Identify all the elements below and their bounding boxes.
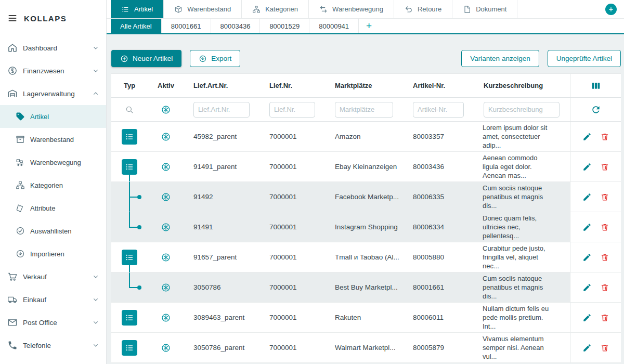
table-row[interactable]: 91657_parent7000001Tmall и Taobao (Al...… bbox=[111, 242, 621, 272]
tab-kategorien[interactable]: Kategorien bbox=[242, 0, 309, 18]
tab-dokument[interactable]: Dokument bbox=[452, 0, 517, 18]
edit-icon bbox=[582, 162, 592, 172]
delete-article-button[interactable] bbox=[600, 283, 609, 292]
table-row[interactable]: 914917000001Instagram Shopping80006334Do… bbox=[111, 212, 621, 242]
sidebar-item-post-office[interactable]: Post Office bbox=[0, 311, 106, 334]
kurzbeschreibung-value: Lorem ipsum dolor sit amet, consectetuer… bbox=[474, 123, 570, 150]
table-row[interactable]: 91491_parent7000001Ebay Kleinanzeigen800… bbox=[111, 152, 621, 182]
active-status-icon[interactable] bbox=[161, 252, 171, 263]
refresh-button[interactable] bbox=[591, 105, 601, 115]
column-header-lief-nr: Lief.Nr. bbox=[260, 82, 326, 89]
hamburger-menu-icon[interactable] bbox=[7, 13, 18, 23]
module-tabbar: ArtikelWarenbestandKategorienWarenbewegu… bbox=[107, 0, 624, 19]
add-article-tab-button[interactable]: + bbox=[359, 19, 379, 33]
marktplatz-value: Rakuten bbox=[326, 314, 404, 321]
tab-label: Warenbestand bbox=[187, 5, 231, 13]
edit-article-button[interactable] bbox=[582, 283, 592, 292]
column-settings-button[interactable] bbox=[591, 81, 601, 91]
active-status-icon[interactable] bbox=[161, 313, 171, 323]
tree-node-dot bbox=[137, 195, 141, 199]
active-status-icon[interactable] bbox=[161, 192, 171, 202]
inventory-icon bbox=[16, 135, 25, 144]
tree-node-dot bbox=[137, 225, 141, 229]
edit-article-button[interactable] bbox=[582, 192, 592, 202]
sidebar-item-importieren[interactable]: Importieren bbox=[0, 242, 106, 265]
filter-input-lief-nr[interactable] bbox=[269, 102, 315, 118]
sidebar-item-artikel[interactable]: Artikel bbox=[0, 105, 106, 128]
sidebar-item-warenbewegung[interactable]: Warenbewegung bbox=[0, 151, 106, 174]
table-row[interactable]: 914927000001Facebook Marketp...80006335C… bbox=[111, 182, 621, 212]
type-cell bbox=[111, 152, 148, 181]
sidebar-item-label: Finanzwesen bbox=[23, 67, 64, 75]
sidebar-item-dashboard[interactable]: Dashboard bbox=[0, 36, 106, 59]
article-tab-label: Alle Artikel bbox=[120, 22, 152, 30]
active-status-icon[interactable] bbox=[161, 132, 171, 142]
article-tab-80001529[interactable]: 80001529 bbox=[260, 19, 309, 33]
export-button[interactable]: Export bbox=[190, 50, 240, 67]
article-tab-80000941[interactable]: 80000941 bbox=[309, 19, 359, 33]
tab-warenbestand[interactable]: Warenbestand bbox=[164, 0, 242, 18]
sidebar-item-telefonie[interactable]: Telefonie bbox=[0, 334, 106, 357]
tab-retoure[interactable]: Retoure bbox=[394, 0, 452, 18]
delete-article-button[interactable] bbox=[600, 132, 609, 141]
new-article-button[interactable]: Neuer Artikel bbox=[111, 50, 181, 67]
tab-artikel[interactable]: Artikel bbox=[111, 0, 164, 18]
edit-article-button[interactable] bbox=[582, 313, 592, 322]
sidebar-item-einkauf[interactable]: Einkauf bbox=[0, 288, 106, 311]
active-status-icon[interactable] bbox=[161, 343, 171, 353]
sidebar-item-label: Auswahllisten bbox=[30, 227, 72, 235]
attributes-icon bbox=[16, 203, 25, 213]
variants-toggle-button[interactable] bbox=[122, 310, 137, 326]
delete-article-button[interactable] bbox=[600, 343, 609, 353]
article-tab-80003436[interactable]: 80003436 bbox=[211, 19, 261, 33]
filter-input-marktplaetze[interactable] bbox=[335, 102, 393, 118]
active-status-icon[interactable] bbox=[161, 222, 171, 232]
sidebar-item-warenbestand[interactable]: Warenbestand bbox=[0, 128, 106, 151]
filter-input-lief-art-nr[interactable] bbox=[193, 102, 250, 118]
aktiv-filter-icon[interactable] bbox=[161, 105, 171, 115]
filter-input-kurzbeschreibung[interactable] bbox=[484, 102, 560, 118]
sidebar-item-auswahllisten[interactable]: Auswahllisten bbox=[0, 219, 106, 242]
table-row[interactable]: 3050786_parent7000001Walmart Marketpl...… bbox=[111, 333, 621, 363]
variants-toggle-button[interactable] bbox=[122, 340, 137, 356]
filter-input-artikel-nr[interactable] bbox=[413, 102, 464, 118]
delete-icon bbox=[600, 132, 609, 141]
app-root: KOLLAPS DashboardFinanzwesenLagerverwalt… bbox=[0, 0, 624, 364]
delete-article-button[interactable] bbox=[600, 253, 609, 262]
edit-article-button[interactable] bbox=[582, 132, 592, 141]
delete-article-button[interactable] bbox=[600, 162, 609, 172]
chevron-down-icon bbox=[92, 295, 100, 304]
variants-toggle-button[interactable] bbox=[122, 129, 137, 145]
lief-nr-value: 7000001 bbox=[260, 133, 326, 140]
active-status-icon[interactable] bbox=[161, 162, 171, 172]
variants-toggle-button[interactable] bbox=[122, 250, 137, 265]
edit-article-button[interactable] bbox=[582, 223, 592, 232]
delete-article-button[interactable] bbox=[600, 223, 609, 232]
checklist-icon bbox=[16, 226, 25, 236]
sidebar-item-lagerverwaltung[interactable]: Lagerverwaltung bbox=[0, 82, 106, 105]
sidebar-item-label: Warenbestand bbox=[30, 136, 74, 144]
edit-article-button[interactable] bbox=[582, 253, 592, 262]
sidebar-item-verkauf[interactable]: Verkauf bbox=[0, 265, 106, 288]
article-tab-alle-artikel[interactable]: Alle Artikel bbox=[111, 19, 162, 33]
article-tab-80001661[interactable]: 80001661 bbox=[162, 19, 211, 33]
tab-warenbewegung[interactable]: Warenbewegung bbox=[309, 0, 394, 18]
chevron-down-icon bbox=[92, 67, 100, 75]
variants-toggle-button[interactable] bbox=[122, 159, 137, 175]
sidebar-item-finanzwesen[interactable]: Finanzwesen bbox=[0, 59, 106, 82]
table-row[interactable]: 30507867000001Best Buy Marketpl...800016… bbox=[111, 272, 621, 303]
delete-icon bbox=[600, 283, 609, 292]
show-variants-button[interactable]: Varianten anzeigen bbox=[461, 50, 539, 67]
sidebar-item-attribute[interactable]: Attribute bbox=[0, 197, 106, 219]
table-row[interactable]: 3089463_parent7000001Rakuten80006011Null… bbox=[111, 303, 621, 333]
lief-nr-value: 7000001 bbox=[260, 163, 326, 171]
delete-article-button[interactable] bbox=[600, 313, 609, 322]
edit-article-button[interactable] bbox=[582, 162, 592, 172]
delete-article-button[interactable] bbox=[600, 192, 609, 202]
active-status-icon[interactable] bbox=[161, 282, 171, 293]
unchecked-articles-button[interactable]: Ungeprüfte Artikel bbox=[548, 50, 621, 67]
edit-article-button[interactable] bbox=[582, 343, 592, 353]
add-module-tab-button[interactable] bbox=[605, 4, 617, 15]
sidebar-item-kategorien[interactable]: Kategorien bbox=[0, 174, 106, 197]
table-row[interactable]: 45982_parent7000001Amazon80003357Lorem i… bbox=[111, 122, 621, 152]
